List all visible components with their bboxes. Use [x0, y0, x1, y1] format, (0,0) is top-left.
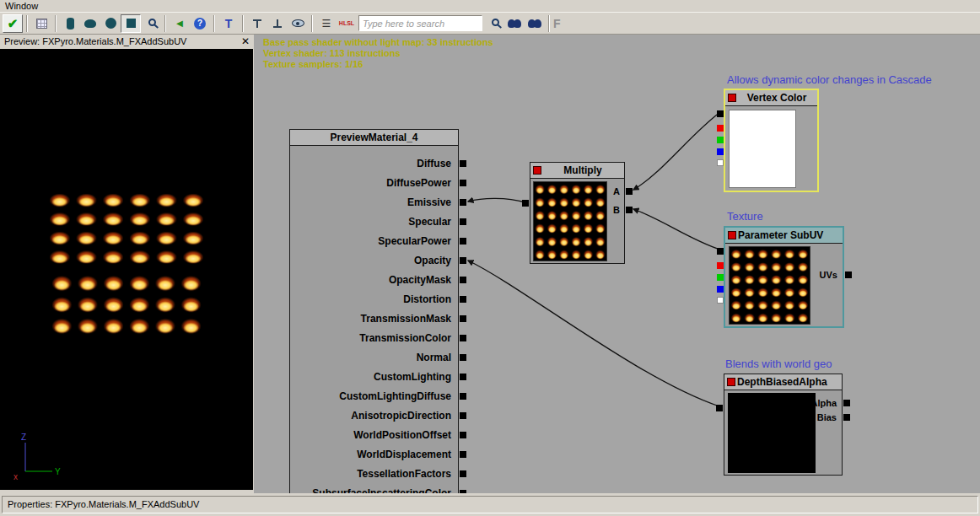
find-next-button[interactable]: [525, 14, 545, 33]
hide-unconnected-button[interactable]: [288, 14, 308, 33]
wire-multiply-to-emissive[interactable]: [468, 198, 525, 202]
align-top-button[interactable]: [247, 14, 267, 33]
vertex-color-output-pin-b[interactable]: [717, 148, 724, 155]
depth-output-pin[interactable]: [716, 405, 723, 411]
vertex-color-output-pin-a[interactable]: [717, 159, 724, 166]
realtime-toggle-icon[interactable]: [728, 231, 736, 239]
material-preview-viewport[interactable]: Z Y x: [0, 49, 253, 490]
parameter-output-pin-r[interactable]: [717, 262, 724, 269]
realtime-preview-button[interactable]: [141, 14, 161, 33]
toggle-connectors-button[interactable]: ☰: [316, 14, 337, 33]
input-pin-tessellationfactors[interactable]: [460, 470, 466, 477]
multiply-input-a-pin[interactable]: [626, 188, 633, 195]
toolbar-separator: [311, 15, 313, 32]
multiply-node-header[interactable]: Multiply: [530, 163, 624, 179]
node-preview-material[interactable]: PreviewMaterial_4 Diffuse DiffusePower E…: [289, 129, 459, 493]
input-pin-emissive[interactable]: [460, 199, 466, 206]
depth-input-alpha-pin[interactable]: [843, 400, 850, 406]
vertex-color-node-header[interactable]: Vertex Color: [725, 90, 817, 106]
node-vertex-color[interactable]: Vertex Color: [724, 89, 819, 192]
wire-parameter-to-multiply-b[interactable]: [633, 209, 720, 250]
multiply-output-pin[interactable]: [522, 200, 529, 207]
input-pin-normal[interactable]: [460, 354, 466, 361]
help-button[interactable]: ?: [190, 14, 210, 33]
preview-sphere-button[interactable]: [100, 14, 121, 33]
search-button[interactable]: [484, 14, 504, 33]
depth-preview-thumbnail: [728, 393, 816, 473]
parameter-output-pin-rgb[interactable]: [717, 248, 724, 255]
wire-depth-to-opacity[interactable]: [468, 261, 719, 406]
depth-input-bias-pin[interactable]: [843, 414, 850, 421]
preview-teapot-button[interactable]: [80, 14, 100, 33]
align-bottom-button[interactable]: [267, 14, 288, 33]
preview-cylinder-button[interactable]: [60, 14, 80, 33]
input-pin-diffuse[interactable]: [460, 160, 466, 167]
lines-icon: ☰: [322, 19, 331, 29]
material-input-row: TransmissionMask: [290, 309, 458, 329]
status-text: Properties: FXPyro.Materials.M_FXAddSubU…: [2, 496, 978, 513]
wire-vertexcolor-to-multiply-a[interactable]: [633, 112, 720, 190]
input-pin-customlightingdiffuse[interactable]: [460, 393, 466, 400]
depth-node-header[interactable]: DepthBiasedAlpha: [724, 374, 842, 390]
input-pin-worldpositionoffset[interactable]: [460, 432, 466, 438]
vertex-color-preview-thumbnail: [729, 110, 796, 188]
parameter-output-pin-g[interactable]: [717, 274, 724, 281]
find-prev-button[interactable]: [504, 14, 525, 33]
search-input[interactable]: [358, 15, 482, 31]
menu-item-window[interactable]: Window: [5, 1, 38, 11]
material-input-label: SpecularPower: [378, 235, 451, 247]
input-pin-transmissioncolor[interactable]: [460, 335, 466, 341]
material-input-row: Diffuse: [290, 154, 458, 174]
input-pin-customlighting[interactable]: [460, 374, 466, 380]
check-icon: ✔: [8, 17, 19, 30]
multiply-input-b-pin[interactable]: [626, 207, 633, 213]
eye-icon: [292, 19, 304, 27]
input-pin-anisotropicdirection[interactable]: [460, 412, 466, 419]
shader-stats-line: Base pass shader without light map: 33 i…: [263, 37, 493, 48]
material-input-label: WorldPositionOffset: [353, 429, 451, 441]
input-pin-diffusepower[interactable]: [460, 180, 466, 186]
preview-panel-title: Preview: FXPyro.Materials.M_FXAddSubUV: [4, 36, 186, 46]
material-input-label: Normal: [417, 352, 451, 363]
toggle-stats-button[interactable]: T: [218, 14, 239, 33]
material-input-label: Diffuse: [417, 158, 451, 169]
help-icon: ?: [194, 18, 206, 30]
parameter-output-pin-b[interactable]: [717, 286, 724, 293]
vertex-color-output-pin-g[interactable]: [717, 137, 724, 143]
material-input-label: TransmissionMask: [361, 313, 451, 325]
hlsl-icon: HLSL: [339, 20, 354, 26]
realtime-toggle-icon[interactable]: [728, 94, 736, 102]
node-parameter-subuv[interactable]: Parameter SubUV UVs: [724, 226, 844, 328]
input-pin-specular[interactable]: [460, 218, 466, 225]
toggle-grid-button[interactable]: [31, 14, 51, 33]
input-pin-opacity[interactable]: [460, 257, 466, 264]
function-label: F: [553, 17, 561, 30]
preview-plane-button[interactable]: [121, 14, 141, 33]
home-button[interactable]: ◄: [170, 14, 190, 33]
input-pin-specularpower[interactable]: [460, 238, 466, 245]
realtime-toggle-icon[interactable]: [727, 378, 735, 386]
input-pin-worlddisplacement[interactable]: [460, 451, 466, 458]
node-multiply[interactable]: Multiply A B: [530, 162, 625, 264]
vertex-color-output-pin-rgb[interactable]: [717, 110, 724, 117]
input-pin-transmissionmask[interactable]: [460, 315, 466, 322]
view-hlsl-button[interactable]: HLSL: [337, 14, 357, 33]
close-icon[interactable]: ✕: [241, 35, 250, 47]
material-input-row: WorldPositionOffset: [290, 426, 458, 445]
input-pin-opacitymask[interactable]: [460, 277, 466, 283]
parameter-uvs-pin[interactable]: [845, 271, 852, 278]
material-node-header[interactable]: PreviewMaterial_4: [290, 130, 458, 146]
material-input-row: CustomLighting: [290, 368, 458, 387]
parameter-output-pin-a[interactable]: [717, 297, 724, 304]
vertex-color-output-pin-r[interactable]: [717, 125, 724, 132]
parameter-node-header[interactable]: Parameter SubUV: [725, 228, 843, 244]
material-input-label: TransmissionColor: [359, 332, 451, 344]
apply-button[interactable]: ✔: [3, 14, 23, 33]
realtime-toggle-icon[interactable]: [533, 166, 541, 175]
grid-icon: [36, 19, 47, 29]
flame-spritesheet-upper: [46, 190, 207, 266]
material-input-label: WorldDisplacement: [357, 449, 451, 460]
node-depth-biased-alpha[interactable]: DepthBiasedAlpha Alpha Bias: [724, 374, 843, 476]
input-pin-distortion[interactable]: [460, 296, 466, 303]
node-graph-canvas[interactable]: Base pass shader without light map: 33 i…: [254, 35, 980, 493]
